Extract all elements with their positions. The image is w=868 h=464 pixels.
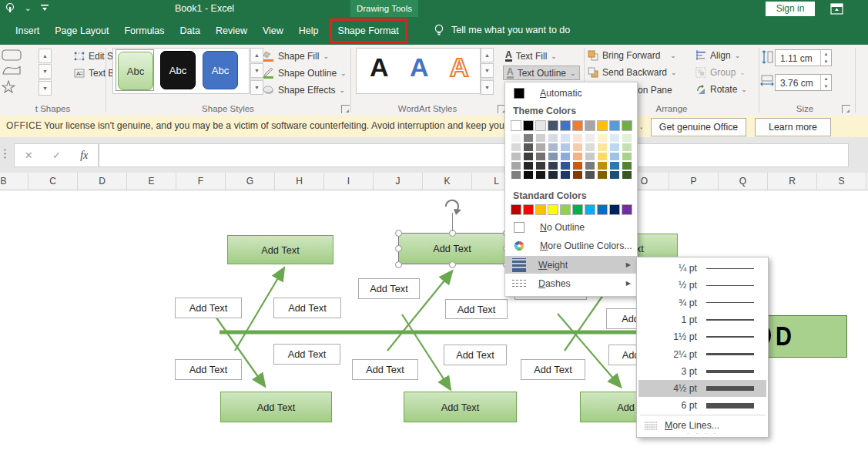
theme-color-tint-swatch[interactable] (535, 143, 546, 152)
theme-color-swatch[interactable] (609, 120, 620, 131)
shape-width-field[interactable]: 3.76 cm ▲▼ (775, 74, 832, 91)
column-header-C[interactable]: C (28, 173, 78, 190)
standard-color-swatch[interactable] (572, 204, 583, 215)
theme-color-tint-swatch[interactable] (523, 143, 534, 152)
cause-text-box[interactable]: Add Text (175, 298, 242, 318)
customize-qat-icon[interactable] (40, 3, 49, 12)
theme-color-tint-swatch[interactable] (523, 133, 534, 143)
theme-color-tint-swatch[interactable] (572, 161, 583, 170)
touch-mode-chevron-icon[interactable]: ⌄ (25, 4, 31, 12)
standard-color-swatch[interactable] (609, 204, 620, 215)
theme-color-tint-swatch[interactable] (523, 161, 534, 170)
tell-me-box[interactable]: Tell me what you want to do (434, 24, 570, 36)
theme-color-swatch[interactable] (572, 120, 583, 131)
tab-page-layout[interactable]: Page Layout (47, 18, 116, 43)
column-header-B[interactable]: B (0, 173, 28, 190)
tab-insert[interactable]: Insert (8, 18, 47, 43)
theme-color-tint-swatch[interactable] (622, 152, 632, 161)
shape-outline-button[interactable]: Shape Outline ⌄ (263, 67, 347, 79)
theme-color-swatch[interactable] (511, 120, 521, 131)
touch-mode-icon[interactable] (5, 2, 15, 13)
rounded-rectangle-shape-icon[interactable] (2, 49, 22, 61)
theme-color-tint-swatch[interactable] (548, 170, 558, 180)
cause-text-box[interactable]: Add Text (445, 299, 508, 319)
standard-color-swatch[interactable] (622, 204, 632, 215)
theme-color-swatch[interactable] (622, 120, 632, 131)
theme-color-tint-swatch[interactable] (535, 170, 546, 180)
column-header-S[interactable]: S (817, 173, 866, 190)
theme-color-swatch[interactable] (585, 120, 595, 131)
theme-color-tint-swatch[interactable] (535, 152, 546, 161)
align-button[interactable]: Align ⌄ (695, 50, 740, 61)
theme-color-tint-swatch[interactable] (560, 143, 571, 152)
column-header-P[interactable]: P (669, 173, 719, 190)
theme-color-tint-swatch[interactable] (597, 161, 608, 170)
wordart-scroll[interactable]: ▲ ▼ ▼ (481, 48, 494, 95)
theme-color-tint-swatch[interactable] (535, 161, 546, 170)
theme-color-tint-swatch[interactable] (511, 161, 521, 170)
theme-color-tint-swatch[interactable] (585, 161, 595, 170)
bring-forward-button[interactable]: Bring Forward ⌄ (588, 50, 676, 61)
category-box[interactable]: Add Text (227, 235, 333, 264)
theme-color-tint-swatch[interactable] (548, 143, 558, 152)
cancel-icon[interactable]: ✕ (25, 150, 33, 161)
theme-color-tint-swatch[interactable] (572, 133, 583, 143)
wordart-preset-blue[interactable]: A (410, 51, 429, 83)
ribbon-display-options-icon[interactable] (830, 3, 843, 15)
menu-item-automatic[interactable]: Automatic (505, 84, 637, 103)
standard-color-swatch[interactable] (535, 204, 546, 215)
weight-option-¾pt[interactable]: ¾ pt (638, 294, 766, 311)
theme-color-tint-swatch[interactable] (609, 161, 620, 170)
theme-color-tint-swatch[interactable] (585, 152, 595, 161)
theme-color-tint-swatch[interactable] (609, 170, 620, 180)
tab-formulas[interactable]: Formulas (116, 18, 172, 43)
theme-color-tint-swatch[interactable] (511, 143, 521, 152)
theme-color-tint-swatch[interactable] (548, 152, 558, 161)
enter-icon[interactable]: ✓ (52, 150, 61, 161)
cause-text-box[interactable]: Add Text (444, 345, 507, 365)
standard-color-swatch[interactable] (585, 204, 595, 215)
insert-function-icon[interactable]: fx (80, 150, 88, 162)
column-header-G[interactable]: G (226, 173, 275, 190)
theme-color-tint-swatch[interactable] (609, 152, 620, 161)
sign-in-button[interactable]: Sign in (766, 2, 815, 16)
theme-color-tint-swatch[interactable] (548, 161, 558, 170)
cause-text-box[interactable]: Add Text (358, 278, 420, 299)
column-header-F[interactable]: F (176, 173, 226, 190)
width-spinner[interactable]: ▲▼ (820, 75, 831, 90)
category-box[interactable]: Add Text (404, 392, 517, 422)
theme-color-tint-swatch[interactable] (511, 133, 521, 143)
theme-color-tint-swatch[interactable] (622, 133, 632, 143)
column-header-E[interactable]: E (127, 173, 176, 190)
shape-styles-scroll[interactable]: ▲ ▼ ▼ (250, 48, 263, 95)
category-box-selected[interactable]: Add Text (398, 233, 506, 264)
spin-up-icon[interactable]: ▲ (821, 50, 831, 58)
weight-option-4½pt[interactable]: 4½ pt (638, 380, 766, 397)
theme-color-tint-swatch[interactable] (523, 170, 534, 180)
freeform-shape-icon[interactable] (2, 65, 22, 76)
theme-color-tint-swatch[interactable] (597, 133, 608, 143)
column-header-D[interactable]: D (78, 173, 127, 190)
scroll-down-icon[interactable]: ▼ (250, 63, 263, 78)
standard-color-swatch[interactable] (511, 204, 521, 215)
theme-color-swatch[interactable] (523, 120, 534, 131)
shape-effects-button[interactable]: Shape Effects ⌄ (263, 84, 345, 96)
send-backward-button[interactable]: Send Backward ⌄ (588, 67, 677, 78)
weight-option-1½pt[interactable]: 1½ pt (638, 328, 766, 345)
cause-text-box[interactable]: Add Text (521, 359, 585, 380)
cause-text-box[interactable]: Add Text (352, 359, 418, 380)
spin-down-icon[interactable]: ▼ (821, 58, 831, 66)
selection-handle[interactable] (395, 245, 402, 252)
theme-color-swatch[interactable] (548, 120, 558, 131)
theme-color-tint-swatch[interactable] (622, 143, 632, 152)
learn-more-button[interactable]: Learn more (755, 118, 831, 136)
shape-gallery-partial[interactable] (2, 49, 22, 93)
theme-color-tint-swatch[interactable] (560, 152, 571, 161)
column-header-H[interactable]: H (275, 173, 324, 190)
get-genuine-office-button[interactable]: Get genuine Office (651, 118, 746, 136)
selection-handle[interactable] (395, 230, 402, 237)
cause-text-box[interactable]: Add Text (273, 344, 340, 365)
standard-color-swatch[interactable] (523, 204, 534, 215)
gallery-more-icon[interactable]: ▼ (250, 79, 263, 95)
weight-option-2¼pt[interactable]: 2¼ pt (638, 346, 766, 363)
